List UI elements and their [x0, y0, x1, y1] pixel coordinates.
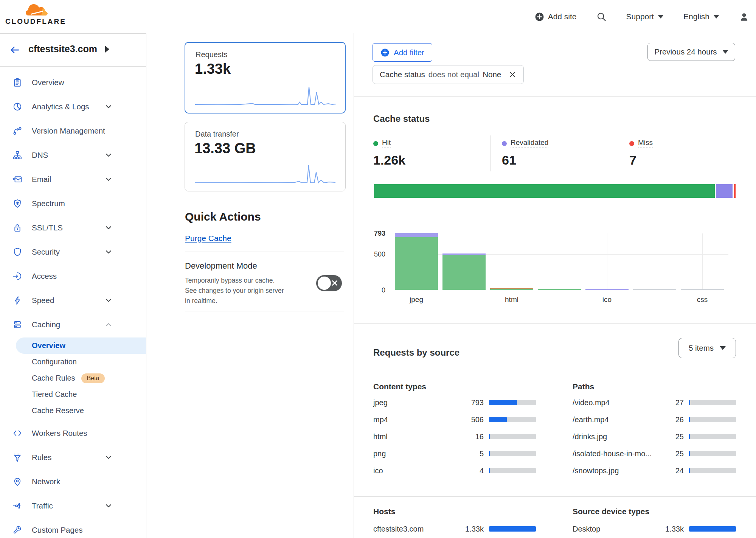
- row-label: /snowtops.jpg: [573, 466, 654, 475]
- sidebar-item-spectrum[interactable]: Spectrum: [0, 191, 146, 216]
- row-label: Desktop: [573, 525, 654, 533]
- sidebar-subitem-overview[interactable]: Overview: [16, 337, 146, 354]
- sidebar-item-network[interactable]: Network: [0, 470, 146, 494]
- row-value: 4: [453, 466, 484, 475]
- paths-list: /video.mp427/earth.mp426/drinks.jpg25/is…: [573, 397, 736, 482]
- row-progress-fill: [489, 417, 507, 422]
- analytics-icon: [12, 102, 22, 112]
- chart-bar-jpeg: [395, 233, 438, 290]
- data-transfer-label: Data transfer: [195, 130, 239, 138]
- user-icon[interactable]: [739, 12, 749, 22]
- site-switcher-caret-icon[interactable]: [105, 46, 109, 53]
- sidebar-item-label: Custom Pages: [32, 526, 82, 535]
- dns-icon: [12, 150, 22, 160]
- sidebar-item-label: Overview: [32, 78, 64, 87]
- sidebar-item-analytics-logs[interactable]: Analytics & Logs: [0, 95, 146, 119]
- purge-cache-link[interactable]: Purge Cache: [185, 234, 231, 243]
- requests-by-source-title: Requests by source: [373, 347, 459, 358]
- requests-metric-card[interactable]: Requests 1.33k: [185, 42, 346, 114]
- remove-filter-icon[interactable]: [508, 70, 517, 79]
- filter-chip[interactable]: Cache status does not equal None: [373, 65, 524, 84]
- miss-label[interactable]: Miss: [638, 138, 653, 148]
- caret-down-icon: [658, 15, 664, 19]
- topbar-actions: Add site Support English: [535, 0, 749, 33]
- add-site-button[interactable]: Add site: [535, 12, 577, 22]
- sidebar-item-ssl-tls[interactable]: SSL/TLS: [0, 216, 146, 240]
- site-name[interactable]: cftestsite3.com: [28, 44, 97, 54]
- toggle-off-x-icon: [331, 279, 338, 288]
- sidebar-subitem-tiered-cache[interactable]: Tiered Cache: [0, 386, 146, 403]
- hit-dot-icon: [373, 141, 378, 146]
- chevron-up-icon: [105, 321, 112, 328]
- add-filter-button[interactable]: Add filter: [373, 43, 432, 62]
- requests-label: Requests: [196, 50, 228, 59]
- cache-status-distribution-bar: [374, 184, 736, 198]
- row-label: /video.mp4: [573, 398, 654, 407]
- support-label: Support: [626, 12, 654, 21]
- sidebar-subitem-configuration[interactable]: Configuration: [0, 354, 146, 370]
- sidebar-item-access[interactable]: Access: [0, 264, 146, 288]
- sidebar-item-overview[interactable]: Overview: [0, 70, 146, 95]
- support-menu[interactable]: Support: [626, 12, 664, 21]
- sidebar-item-caching[interactable]: Caching: [0, 313, 146, 337]
- list-row-snowtops-jpg: /snowtops.jpg24: [573, 465, 736, 476]
- speed-icon: [12, 295, 22, 305]
- sidebar-item-dns[interactable]: DNS: [0, 143, 146, 167]
- requests-sparkline: [195, 83, 336, 107]
- sidebar-item-label: Spectrum: [32, 199, 65, 208]
- sidebar-item-label: DNS: [32, 151, 48, 160]
- search-icon[interactable]: [596, 12, 607, 22]
- row-progress-fill: [489, 434, 490, 439]
- cloudflare-logo[interactable]: CLOUDFLARE: [5, 2, 70, 26]
- top-bar: CLOUDFLARE Add site Support English: [0, 0, 756, 33]
- sidebar-item-label: Email: [32, 175, 51, 184]
- row-progress-bar: [689, 400, 736, 405]
- sidebar-subitem-cache-rules[interactable]: Cache RulesBeta: [0, 370, 146, 386]
- sidebar-item-custom-pages[interactable]: Custom Pages: [0, 518, 146, 538]
- sidebar-item-security[interactable]: Security: [0, 240, 146, 264]
- development-mode-toggle[interactable]: [316, 275, 342, 291]
- sidebar-item-speed[interactable]: Speed: [0, 288, 146, 313]
- row-value: 506: [453, 415, 484, 424]
- sidebar-item-email[interactable]: Email: [0, 167, 146, 191]
- sidebar-subitem-label: Cache Reserve: [32, 406, 84, 415]
- filter-value: None: [483, 70, 501, 79]
- data-transfer-metric-card[interactable]: Data transfer 13.33 GB: [185, 122, 346, 191]
- sidebar-subitem-cache-reserve[interactable]: Cache Reserve: [0, 403, 146, 419]
- row-label: cftestsite3.com: [373, 525, 453, 533]
- development-mode-description: Temporarily bypass our cache. See change…: [185, 275, 286, 306]
- sidebar-item-rules[interactable]: Rules: [0, 445, 146, 470]
- traffic-icon: [12, 501, 22, 511]
- row-value: 1.33k: [654, 525, 684, 533]
- revalidated-label[interactable]: Revalidated: [511, 138, 548, 148]
- sidebar-item-version-management[interactable]: Version Management: [0, 119, 146, 143]
- beta-badge: Beta: [81, 373, 105, 383]
- row-progress-bar: [689, 526, 736, 532]
- divider: [185, 311, 344, 311]
- add-filter-label: Add filter: [394, 48, 424, 57]
- sidebar-item-label: Speed: [32, 296, 54, 305]
- x-axis-tick: css: [697, 295, 708, 304]
- back-arrow-icon[interactable]: [9, 44, 20, 57]
- time-range-dropdown[interactable]: Previous 24 hours: [647, 43, 735, 61]
- bar-segment-other: [633, 289, 676, 290]
- sidebar-submenu-caching: OverviewConfigurationCache RulesBetaTier…: [0, 337, 146, 421]
- sidebar-item-traffic[interactable]: Traffic: [0, 494, 146, 518]
- row-value: 27: [654, 398, 684, 407]
- sidebar-item-workers-routes[interactable]: Workers Routes: [0, 421, 146, 445]
- data-transfer-value: 13.33 GB: [194, 140, 256, 157]
- hosts-title: Hosts: [373, 507, 395, 516]
- wrench-icon: [12, 525, 22, 535]
- row-label: jpeg: [373, 398, 453, 407]
- language-menu[interactable]: English: [683, 12, 719, 21]
- cloudflare-cloud-icon: [25, 2, 50, 18]
- gridline: [702, 233, 703, 290]
- row-progress-bar: [489, 434, 536, 439]
- caching-icon: [12, 320, 22, 330]
- row-progress-fill: [689, 417, 690, 422]
- list-row-ico: ico4: [373, 465, 536, 476]
- hit-label[interactable]: Hit: [382, 138, 391, 148]
- email-icon: [12, 174, 22, 184]
- add-site-label: Add site: [548, 12, 577, 21]
- items-count-dropdown[interactable]: 5 items: [678, 338, 736, 358]
